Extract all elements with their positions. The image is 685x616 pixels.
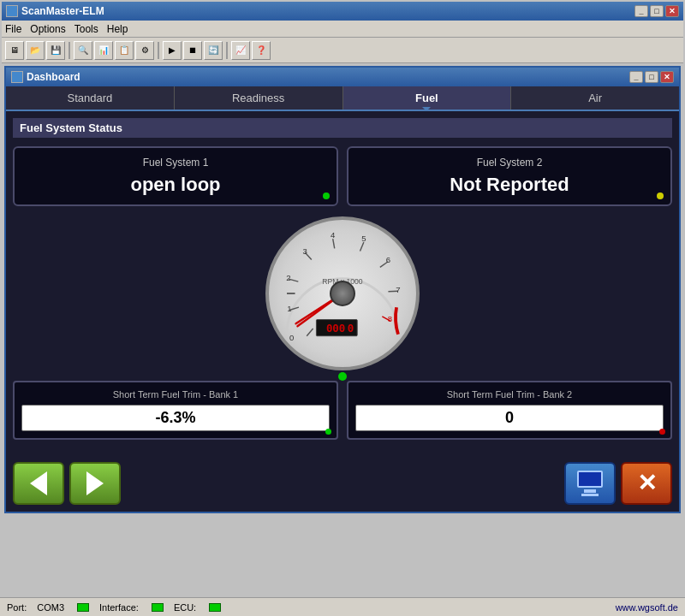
trim-bank-2-text: 0 [505,409,514,426]
fuel-system-1-value: open loop [23,174,328,196]
toolbar-btn-7[interactable]: ⚙ [135,41,154,60]
port-label: Port: [7,602,27,613]
toolbar-btn-3[interactable]: 💾 [46,41,65,60]
toolbar-btn-12[interactable]: ❓ [252,41,271,60]
toolbar-btn-1[interactable]: 🖥 [5,41,24,60]
dash-minimize-button[interactable]: _ [629,71,643,83]
toolbar-sep-3 [226,42,228,59]
app-title-bar: ScanMaster-ELM _ □ ✕ [2,2,683,21]
monitor-icon [577,471,603,496]
menu-help[interactable]: Help [107,23,128,35]
ecu-label: ECU: [174,602,196,613]
menu-options[interactable]: Options [30,23,65,35]
svg-text:4: 4 [331,230,336,240]
interface-label: Interface: [99,602,139,613]
toolbar-btn-4[interactable]: 🔍 [74,41,92,60]
toolbar-btn-2[interactable]: 📂 [26,41,45,60]
fuel-system-2-label: Fuel System 2 [357,157,662,169]
main-content: Fuel System Status Fuel System 1 open lo… [6,111,679,455]
toolbar-btn-5[interactable]: 📊 [94,41,113,60]
trim-bank-1-label: Short Term Fuel Trim - Bank 1 [21,389,330,400]
svg-text:0: 0 [348,322,354,335]
svg-line-7 [360,242,363,252]
back-button[interactable] [13,462,64,505]
fuel-system-1-dot [323,192,330,199]
monitor-button[interactable] [564,462,616,505]
port-value: COM3 [37,602,64,613]
nav-bar: ✕ [6,455,679,512]
status-left: Port: COM3 Interface: ECU: [7,602,221,613]
toolbar-sep-2 [158,42,159,59]
tab-readiness[interactable]: Readiness [175,86,343,110]
svg-text:2: 2 [286,273,290,282]
fuel-system-2-value: Not Reported [357,174,662,196]
app-title: ScanMaster-ELM [21,5,104,17]
trim-bank-1-value: -6.3% [21,405,330,431]
trim-bank-1-dot [325,429,331,435]
toolbar-btn-10[interactable]: 🔄 [204,41,223,60]
fuel-system-1-box: Fuel System 1 open loop [13,146,338,206]
svg-text:8: 8 [388,314,392,323]
svg-text:000: 000 [326,322,345,335]
svg-text:5: 5 [361,234,366,243]
forward-button[interactable] [69,462,121,505]
interface-indicator [152,603,164,612]
svg-line-2 [307,329,313,336]
forward-arrow-icon [86,471,104,495]
dashboard-icon [11,71,23,83]
tab-bar: Standard Readiness Fuel Air [6,86,679,111]
svg-text:3: 3 [302,246,307,256]
gauge-section: 1 2 3 4 5 6 7 [13,216,672,370]
menu-tools[interactable]: Tools [74,23,98,35]
tab-air[interactable]: Air [511,86,679,110]
dashboard-title-bar: Dashboard _ □ ✕ [6,68,679,86]
section-title: Fuel System Status [13,118,672,138]
gauge-face: 1 2 3 4 5 6 7 [265,216,420,370]
svg-text:1: 1 [287,304,291,313]
trim-bank-2-value: 0 [355,405,664,431]
close-button[interactable]: ✕ [621,462,672,505]
toolbar-btn-11[interactable]: 📈 [231,41,250,60]
dash-close-button[interactable]: ✕ [660,71,674,83]
fuel-system-2-box: Fuel System 2 Not Reported [347,146,672,206]
port-indicator [77,603,89,612]
fuel-systems-row: Fuel System 1 open loop Fuel System 2 No… [13,146,672,206]
toolbar: 🖥 📂 💾 🔍 📊 📋 ⚙ ▶ ⏹ 🔄 📈 ❓ [2,38,683,63]
fuel-system-1-label: Fuel System 1 [23,157,328,169]
toolbar-btn-9[interactable]: ⏹ [183,41,202,60]
svg-text:7: 7 [396,285,400,294]
fuel-system-2-dot [657,192,664,199]
tab-standard[interactable]: Standard [6,86,175,110]
status-bar: Port: COM3 Interface: ECU: www.wgsoft.de [0,597,685,616]
menu-bar: File Options Tools Help [2,21,683,38]
dashboard-title: Dashboard [27,71,80,83]
toolbar-btn-8[interactable]: ▶ [163,41,182,60]
dashboard-window: Dashboard _ □ ✕ Standard Readiness Fuel … [4,66,681,513]
app-icon [6,5,18,17]
back-arrow-icon [30,471,47,495]
trim-bank-2-label: Short Term Fuel Trim - Bank 2 [355,389,664,400]
app-maximize-button[interactable]: □ [650,5,664,17]
trim-bank-1-text: -6.3% [155,409,195,426]
toolbar-btn-6[interactable]: 📋 [115,41,134,60]
website: www.wgsoft.de [616,602,678,613]
svg-line-6 [333,239,335,248]
gauge-center-knob [330,281,355,306]
rpm-gauge: 1 2 3 4 5 6 7 [265,216,420,370]
toolbar-sep-1 [68,42,70,59]
tab-fuel[interactable]: Fuel [343,86,512,110]
trim-row: Short Term Fuel Trim - Bank 1 -6.3% Shor… [13,381,672,440]
app-close-button[interactable]: ✕ [665,5,679,17]
close-icon: ✕ [637,471,657,495]
trim-bank-2-dot [659,429,665,435]
gauge-green-dot [338,372,347,381]
menu-file[interactable]: File [5,23,21,35]
trim-bank-2-box: Short Term Fuel Trim - Bank 2 0 [347,381,672,440]
app-minimize-button[interactable]: _ [634,5,648,17]
svg-text:0: 0 [289,333,294,342]
trim-bank-1-box: Short Term Fuel Trim - Bank 1 -6.3% [13,381,338,440]
dash-maximize-button[interactable]: □ [645,71,658,83]
ecu-indicator [209,603,221,612]
svg-text:6: 6 [386,255,390,264]
